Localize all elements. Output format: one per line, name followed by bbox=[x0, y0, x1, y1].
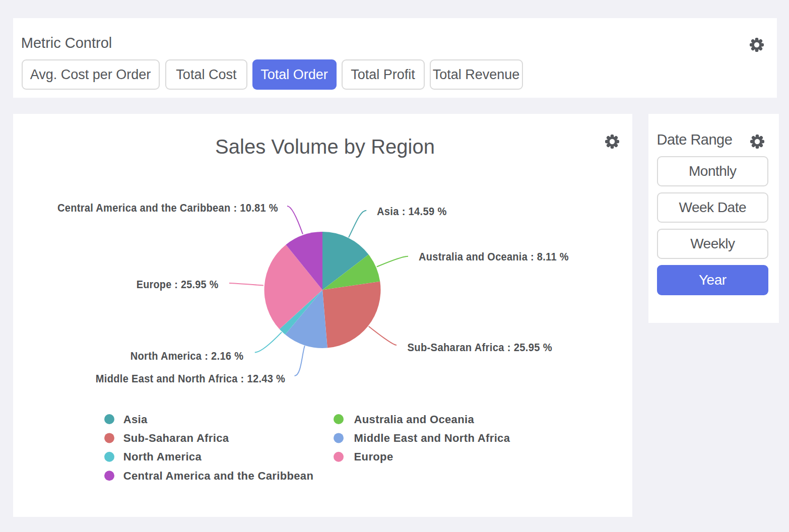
svg-text:Australia and Oceania: Australia and Oceania bbox=[354, 413, 475, 426]
svg-text:Middle East and North Africa :: Middle East and North Africa : 12.43 % bbox=[96, 372, 285, 385]
svg-text:Europe: Europe bbox=[354, 450, 393, 463]
svg-text:Sub-Saharan Africa: Sub-Saharan Africa bbox=[123, 432, 229, 444]
svg-text:Asia: Asia bbox=[123, 413, 148, 426]
svg-text:Australia and Oceania : 8.11 %: Australia and Oceania : 8.11 % bbox=[419, 250, 569, 263]
svg-text:North America : 2.16 %: North America : 2.16 % bbox=[130, 350, 244, 362]
svg-text:Europe : 25.95 %: Europe : 25.95 % bbox=[137, 278, 219, 291]
svg-text:Central America and the Caribb: Central America and the Caribbean bbox=[123, 470, 314, 482]
svg-text:Asia : 14.59 %: Asia : 14.59 % bbox=[377, 205, 447, 218]
svg-text:Sub-Saharan Africa : 25.95 %: Sub-Saharan Africa : 25.95 % bbox=[408, 341, 553, 354]
svg-text:Sales Volume by Region: Sales Volume by Region bbox=[215, 136, 435, 158]
svg-text:Central America and the Caribb: Central America and the Caribbean : 10.8… bbox=[57, 202, 278, 214]
svg-text:North America: North America bbox=[123, 450, 202, 463]
svg-text:Middle East and North Africa: Middle East and North Africa bbox=[354, 432, 510, 444]
